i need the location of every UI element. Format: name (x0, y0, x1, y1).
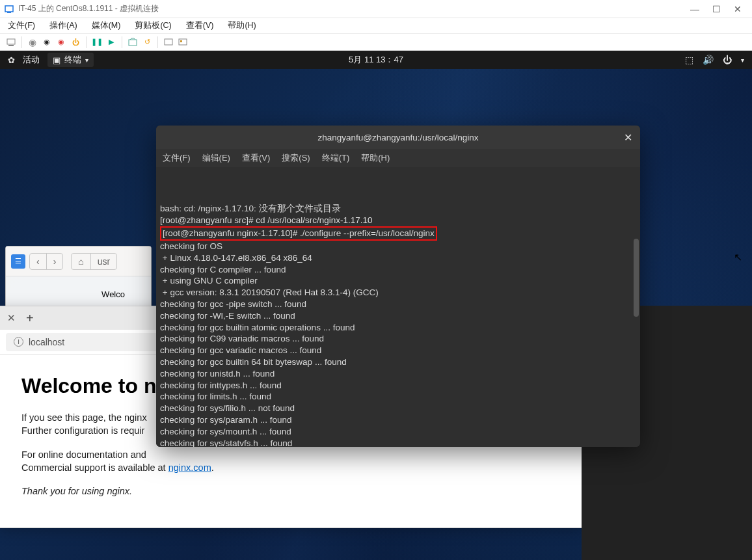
vm-icon (4, 4, 14, 14)
home-icon[interactable]: ⌂ (72, 254, 90, 269)
power-icon[interactable]: ⏻ (723, 55, 732, 65)
file-manager-window[interactable]: ☰ ‹ › ⌂ usr Welco (5, 246, 152, 313)
path-bar[interactable]: ⌂ usr (71, 253, 117, 270)
terminal-line: checking for C99 variadic macros ... fou… (160, 333, 636, 345)
window-controls: — ☐ ✕ (690, 4, 748, 14)
shutdown-icon[interactable]: ◉ (55, 36, 67, 48)
terminal-line: checking for sys/statvfs.h ... found (160, 438, 636, 447)
terminal-line: bash: cd: /nginx-1.17.10: 没有那个文件或目录 (160, 203, 636, 215)
pause-icon[interactable]: ❚❚ (91, 36, 103, 48)
term-menu-search[interactable]: 搜索(S) (282, 152, 310, 164)
svg-rect-7 (180, 40, 182, 42)
terminal-line: checking for OS (160, 241, 636, 252)
menu-clipboard[interactable]: 剪贴板(C) (135, 20, 171, 31)
terminal-line: checking for C compiler ... found (160, 264, 636, 276)
play-icon[interactable]: ▶ (105, 36, 117, 48)
term-menu-terminal[interactable]: 终端(T) (322, 152, 350, 164)
paragraph-2: For online documentation andCommercial s… (21, 448, 561, 475)
close-button[interactable]: ✕ (734, 4, 742, 14)
svg-rect-1 (7, 12, 11, 13)
term-menu-help[interactable]: 帮助(H) (361, 152, 390, 164)
terminal-line: checking for sys/mount.h ... found (160, 426, 636, 438)
new-tab-button[interactable]: + (20, 311, 40, 326)
svg-rect-5 (165, 39, 172, 45)
maximize-button[interactable]: ☐ (712, 4, 721, 14)
terminal-line: checking for gcc builtin 64 bit byteswap… (160, 356, 636, 368)
terminal-close-button[interactable]: ✕ (624, 131, 632, 144)
welcome-text: Welco (101, 289, 125, 299)
menu-view[interactable]: 查看(V) (186, 20, 214, 31)
terminal-line: [root@zhangyanfu src]# cd /usr/local/src… (160, 215, 636, 226)
terminal-line: + gcc version: 8.3.1 20190507 (Red Hat 8… (160, 287, 636, 299)
minimize-button[interactable]: — (690, 4, 699, 14)
tab-close-icon[interactable]: ✕ (3, 312, 20, 324)
volume-icon[interactable]: 🔊 (703, 55, 714, 65)
desktop: ☰ ‹ › ⌂ usr Welco ✕ + i localhost We (0, 69, 752, 560)
back-button[interactable]: ‹ (30, 254, 47, 269)
url-text: localhost (29, 337, 64, 347)
places-icon[interactable]: ☰ (11, 254, 25, 269)
vm-title: IT-45 上的 CentOs8.1.1911 - 虚拟机连接 (18, 3, 159, 14)
system-tray[interactable]: ⬚ 🔊 ⏻ ▾ (685, 55, 744, 65)
terminal-line: checking for gcc builtin atomic operatio… (160, 322, 636, 334)
svg-rect-4 (129, 40, 137, 46)
terminal-line: checking for sys/param.h ... found (160, 414, 636, 426)
scrollbar-thumb[interactable] (634, 239, 639, 317)
svg-rect-0 (5, 6, 13, 12)
snapshot-icon[interactable] (127, 36, 139, 48)
term-menu-file[interactable]: 文件(F) (163, 152, 191, 164)
terminal-icon: ▣ (53, 55, 60, 65)
vm-titlebar: IT-45 上的 CentOs8.1.1911 - 虚拟机连接 — ☐ ✕ (0, 0, 752, 18)
vm-menubar: 文件(F) 操作(A) 媒体(M) 剪贴板(C) 查看(V) 帮助(H) (0, 18, 752, 34)
terminal-line: + Linux 4.18.0-147.el8.x86_64 x86_64 (160, 252, 636, 264)
terminal-line: checking for sys/filio.h ... not found (160, 403, 636, 414)
stop-icon[interactable]: ◉ (41, 36, 53, 48)
menu-media[interactable]: 媒体(M) (92, 20, 121, 31)
svg-rect-6 (179, 39, 187, 45)
terminal-line: checking for limits.h ... found (160, 391, 636, 403)
terminal-line: checking for unistd.h ... found (160, 368, 636, 380)
menu-file[interactable]: 文件(F) (8, 20, 35, 31)
terminal-menu-label: 终端 (64, 54, 81, 66)
path-segment[interactable]: usr (91, 254, 116, 269)
terminal-title: zhangyanfu@zhangyanfu:/usr/local/nginx (317, 133, 478, 142)
record-icon[interactable]: ◉ (27, 36, 38, 48)
gnome-logo-icon: ✿ (8, 55, 15, 65)
share-icon[interactable] (177, 36, 189, 48)
ctrl-alt-del-icon[interactable] (5, 36, 17, 48)
terminal-line: checking for -Wl,-E switch ... found (160, 310, 636, 322)
revert-icon[interactable]: ↺ (141, 36, 153, 48)
forward-button[interactable]: › (47, 254, 63, 269)
activities-button[interactable]: 活动 (23, 54, 40, 66)
terminal-menubar: 文件(F) 编辑(E) 查看(V) 搜索(S) 终端(T) 帮助(H) (156, 149, 640, 167)
nav-buttons: ‹ › (29, 253, 63, 270)
network-icon[interactable]: ⬚ (685, 55, 693, 65)
chevron-down-icon: ▾ (741, 57, 744, 64)
enhanced-icon[interactable] (163, 36, 174, 48)
menu-help[interactable]: 帮助(H) (228, 20, 256, 31)
nginx-link[interactable]: nginx.com (168, 462, 211, 473)
power-icon[interactable]: ⏻ (70, 36, 81, 48)
thanks-text: Thank you for using nginx. (21, 485, 561, 498)
terminal-line: checking for inttypes.h ... found (160, 380, 636, 392)
terminal-titlebar[interactable]: zhangyanfu@zhangyanfu:/usr/local/nginx ✕ (156, 126, 640, 149)
menu-action[interactable]: 操作(A) (49, 20, 77, 31)
terminal-line: checking for gcc variadic macros ... fou… (160, 345, 636, 356)
terminal-line: + using GNU C compiler (160, 275, 636, 287)
mouse-cursor-icon: ↖ (734, 251, 742, 263)
terminal-line: [root@zhangyanfu nginx-1.17.10]# ./confi… (160, 226, 636, 241)
terminal-output[interactable]: bash: cd: /nginx-1.17.10: 没有那个文件或目录[root… (156, 167, 640, 447)
info-icon[interactable]: i (14, 337, 23, 347)
term-menu-edit[interactable]: 编辑(E) (202, 152, 230, 164)
term-menu-view[interactable]: 查看(V) (242, 152, 270, 164)
svg-rect-2 (7, 39, 15, 44)
file-manager-toolbar: ☰ ‹ › ⌂ usr (6, 247, 151, 276)
clock[interactable]: 5月 11 13：47 (349, 54, 403, 66)
chevron-down-icon: ▾ (85, 57, 88, 64)
terminal-window[interactable]: zhangyanfu@zhangyanfu:/usr/local/nginx ✕… (156, 126, 640, 447)
terminal-line: checking for gcc -pipe switch ... found (160, 299, 636, 310)
terminal-app-menu[interactable]: ▣ 终端 ▾ (47, 53, 94, 67)
svg-rect-3 (8, 45, 14, 46)
vm-toolbar: ◉ ◉ ◉ ⏻ ❚❚ ▶ ↺ (0, 34, 752, 51)
gnome-top-bar: ✿ 活动 ▣ 终端 ▾ 5月 11 13：47 ⬚ 🔊 ⏻ ▾ (0, 51, 752, 69)
